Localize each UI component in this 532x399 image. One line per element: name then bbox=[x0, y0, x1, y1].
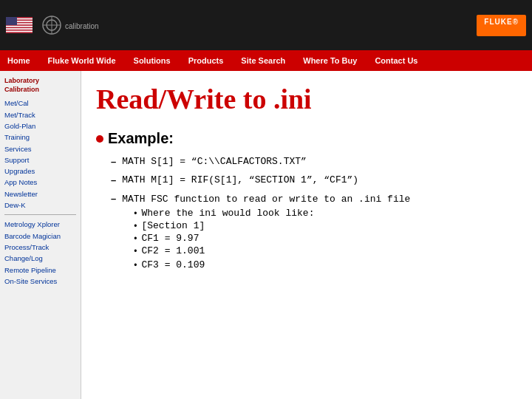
sidebar-item-newsletter[interactable]: Newsletter bbox=[4, 189, 76, 199]
nav-home[interactable]: Home bbox=[7, 56, 30, 65]
sidebar-section-title: Laboratory Calibration bbox=[4, 77, 76, 94]
sidebar-item-mettrack[interactable]: Met/Track bbox=[4, 110, 76, 120]
sidebar-item-metcal[interactable]: Met/Cal bbox=[4, 98, 76, 108]
svg-text:calibration: calibration bbox=[65, 22, 99, 30]
sidebar-item-remotepipeline[interactable]: Remote Pipeline bbox=[4, 265, 76, 275]
company-logo: calibration bbox=[37, 10, 111, 40]
sidebar-item-training[interactable]: Training bbox=[4, 132, 76, 142]
sub-item-1: [Section 1] bbox=[141, 220, 205, 231]
nav-fluke-worldwide[interactable]: Fluke World Wide bbox=[48, 56, 116, 65]
sidebar: Laboratory Calibration Met/Cal Met/Track… bbox=[0, 71, 81, 399]
sub-bullet: • bbox=[134, 260, 137, 270]
flag-logo-area: calibration bbox=[6, 10, 111, 40]
page-title: Read/Write to .ini bbox=[96, 83, 517, 115]
bullet-icon bbox=[96, 135, 103, 143]
sub-bullet: • bbox=[134, 246, 137, 256]
sub-bullet: • bbox=[134, 208, 137, 219]
item-3-text: MATH FSC function to read or write to an… bbox=[122, 194, 410, 205]
sub-bullet: • bbox=[134, 221, 137, 231]
sub-list-item: • Where the ini would look like: bbox=[134, 208, 410, 219]
fluke-logo: FLUKE® bbox=[477, 15, 526, 36]
nav-contact-us[interactable]: Contact Us bbox=[375, 56, 417, 65]
list-item: – MATH S[1] = “C:\\CALFACTORS.TXT” bbox=[111, 156, 517, 167]
nav-site-search[interactable]: Site Search bbox=[241, 56, 285, 65]
dash-icon: – bbox=[111, 193, 116, 204]
logo-graphic: calibration bbox=[37, 10, 111, 40]
sub-list-item: • CF1 = 9.97 bbox=[134, 233, 410, 244]
sub-item-intro: Where the ini would look like: bbox=[141, 208, 314, 219]
svg-rect-4 bbox=[6, 26, 33, 27]
dash-icon: – bbox=[111, 156, 116, 167]
sub-bullet: • bbox=[134, 233, 137, 244]
sidebar-item-support[interactable]: Support bbox=[4, 155, 76, 165]
sidebar-item-processtrack[interactable]: Process/Track bbox=[4, 242, 76, 252]
nav-solutions[interactable]: Solutions bbox=[134, 56, 171, 65]
sidebar-item-appnotes[interactable]: App Notes bbox=[4, 177, 76, 187]
content-area: Read/Write to .ini Example: – MATH S[1] … bbox=[81, 71, 532, 399]
sub-item-3: CF2 = 1.001 bbox=[141, 245, 205, 256]
top-header: calibration FLUKE® bbox=[0, 0, 532, 50]
svg-rect-7 bbox=[6, 17, 17, 25]
sidebar-item-dewk[interactable]: Dew-K bbox=[4, 200, 76, 210]
item-1-text: MATH S[1] = “C:\\CALFACTORS.TXT” bbox=[122, 156, 307, 167]
nav-products[interactable]: Products bbox=[188, 56, 224, 65]
extra-item-text: CF3 = 0.109 bbox=[141, 259, 205, 270]
sub-list-item: • [Section 1] bbox=[134, 220, 410, 231]
example-list: – MATH S[1] = “C:\\CALFACTORS.TXT” – MAT… bbox=[111, 156, 517, 270]
sidebar-item-services[interactable]: Services bbox=[4, 144, 76, 154]
item-2-text: MATH M[1] = RIF(S[1], “SECTION 1”, “CF1”… bbox=[122, 174, 358, 185]
nav-bar: Home Fluke World Wide Solutions Products… bbox=[0, 50, 532, 71]
sidebar-item-barcode[interactable]: Barcode Magician bbox=[4, 231, 76, 241]
dash-icon: – bbox=[111, 174, 116, 185]
sidebar-divider bbox=[4, 214, 76, 215]
extra-item: • CF3 = 0.109 bbox=[134, 259, 410, 270]
example-heading: Example: bbox=[96, 130, 517, 147]
list-item: – MATH FSC function to read or write to … bbox=[111, 193, 517, 270]
sidebar-item-changelog[interactable]: Change/Log bbox=[4, 253, 76, 263]
sidebar-item-goldplan[interactable]: Gold-Plan bbox=[4, 121, 76, 131]
us-flag bbox=[6, 17, 33, 33]
sidebar-item-upgrades[interactable]: Upgrades bbox=[4, 166, 76, 176]
sidebar-item-metrology[interactable]: Metrology Xplorer bbox=[4, 219, 76, 229]
fluke-brand: FLUKE® bbox=[477, 15, 526, 36]
sub-list: • Where the ini would look like: • [Sect… bbox=[134, 208, 410, 256]
svg-rect-6 bbox=[6, 31, 33, 33]
sub-list-item: • CF2 = 1.001 bbox=[134, 245, 410, 256]
svg-rect-5 bbox=[6, 28, 33, 30]
sub-item-2: CF1 = 9.97 bbox=[141, 233, 199, 244]
nav-where-to-buy[interactable]: Where To Buy bbox=[303, 56, 357, 65]
sidebar-item-onsite[interactable]: On-Site Services bbox=[4, 276, 76, 286]
list-item: – MATH M[1] = RIF(S[1], “SECTION 1”, “CF… bbox=[111, 174, 517, 185]
main-layout: Laboratory Calibration Met/Cal Met/Track… bbox=[0, 71, 532, 399]
